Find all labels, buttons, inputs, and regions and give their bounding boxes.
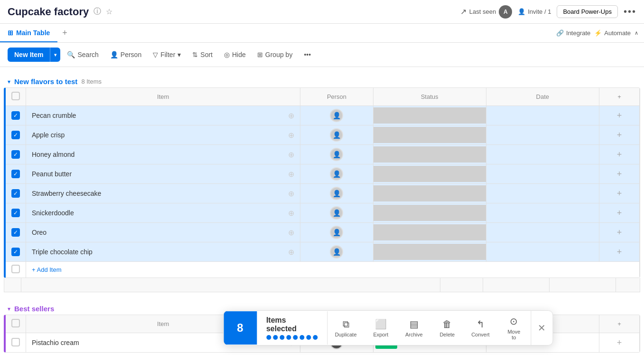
add-col-cell[interactable]: + [599, 184, 639, 203]
automate-button[interactable]: ⚡ Automate [594, 29, 631, 37]
checkbox-checked[interactable]: ✓ [11, 170, 20, 178]
add-person-icon[interactable]: ⊕ [288, 248, 294, 257]
add-row-checkbox-box [11, 265, 20, 273]
archive-button[interactable]: ▤ Archive [397, 314, 430, 342]
checkbox-cell[interactable]: ✓ [6, 145, 26, 164]
checkbox-checked[interactable]: ✓ [11, 131, 20, 139]
checkbox-cell[interactable]: ✓ [6, 164, 26, 184]
g2-header-checkbox[interactable] [11, 319, 20, 327]
group1-table-wrapper: Item Person Status Date + ✓ Pecan crumbl… [4, 87, 640, 278]
item-name-cell: Pecan crumble ⊕ [26, 106, 300, 125]
status-empty [373, 185, 486, 201]
add-item-label[interactable]: + Add Item [26, 262, 640, 278]
add-person-icon[interactable]: ⊕ [288, 131, 294, 140]
new-item-label[interactable]: New Item [8, 48, 50, 62]
new-item-chevron-icon[interactable]: ▾ [50, 49, 60, 61]
add-person-icon[interactable]: ⊕ [288, 228, 294, 237]
item-name: Apple crisp [32, 131, 65, 139]
checkbox-checked[interactable]: ✓ [11, 189, 20, 198]
table-row: ✓ Honey almond ⊕ 👤 + [6, 145, 640, 164]
person-avatar: 👤 [330, 226, 343, 239]
header-more-button[interactable]: ••• [624, 6, 636, 17]
status-cell [373, 242, 486, 262]
person-button[interactable]: 👤 Person [105, 48, 146, 61]
checkbox-checked[interactable]: ✓ [11, 209, 20, 217]
group1-title[interactable]: New flavors to test [14, 77, 77, 86]
checkbox-checked[interactable]: ✓ [11, 248, 20, 256]
move_to-button[interactable]: ⊙ Move to [497, 311, 531, 345]
group2-title[interactable]: Best sellers [14, 305, 54, 313]
star-icon[interactable]: ☆ [106, 7, 112, 16]
filter-button[interactable]: ▽ Filter ▾ [148, 48, 186, 61]
avatar: A [499, 5, 512, 19]
checkbox-checked[interactable]: ✓ [11, 111, 20, 120]
checkbox-checked[interactable]: ✓ [11, 150, 20, 159]
delete-button[interactable]: 🗑 Delete [430, 314, 464, 342]
col-header-add[interactable]: + [599, 88, 639, 106]
g2-col-header-add[interactable]: + [599, 315, 639, 333]
add-col-cell[interactable]: + [599, 164, 639, 184]
checkbox-cell[interactable]: ✓ [6, 184, 26, 203]
export-button[interactable]: ⬜ Export [364, 314, 397, 342]
action-buttons: ⧉ Duplicate ⬜ Export ▤ Archive 🗑 Delete … [327, 311, 531, 345]
person-avatar: 👤 [330, 245, 343, 259]
date-cell [486, 106, 599, 125]
group1-chevron[interactable]: ▾ [8, 78, 10, 85]
header-checkbox-cell[interactable] [6, 88, 26, 106]
group-by-button[interactable]: ⊞ Group by [252, 48, 298, 61]
table-row: ✓ Strawberry cheesecake ⊕ 👤 + [6, 184, 640, 203]
add-person-icon[interactable]: ⊕ [288, 111, 294, 120]
col-header-status: Status [373, 88, 486, 106]
add-col-cell[interactable]: + [599, 125, 639, 145]
checkbox-cell[interactable]: ✓ [6, 242, 26, 262]
date-cell [486, 203, 599, 223]
toolbar: New Item ▾ 🔍 Search 👤 Person ▽ Filter ▾ … [0, 43, 644, 67]
add-col-cell[interactable]: + [599, 203, 639, 223]
add-item-row[interactable]: + Add Item [6, 262, 640, 278]
checkbox-cell[interactable]: ✓ [6, 125, 26, 145]
header-checkbox[interactable] [11, 92, 20, 100]
delete-icon: 🗑 [442, 319, 452, 330]
checkbox-cell[interactable]: ✓ [6, 106, 26, 125]
collapse-button[interactable]: ∧ [635, 30, 638, 36]
g2-header-checkbox-cell[interactable] [6, 315, 26, 333]
add-person-icon[interactable]: ⊕ [288, 170, 294, 179]
checkbox-cell[interactable]: ✓ [6, 203, 26, 223]
info-icon[interactable]: ⓘ [93, 7, 101, 17]
checkbox-checked[interactable]: ✓ [11, 228, 20, 237]
add-col-cell[interactable]: + [599, 106, 639, 125]
item-name: Pecan crumble [32, 112, 76, 119]
status-cell [373, 164, 486, 184]
summary-row [4, 278, 640, 292]
close-bar-button[interactable]: ✕ [531, 311, 552, 345]
add-col-cell[interactable]: + [599, 242, 639, 262]
add-col-cell[interactable]: + [599, 333, 639, 353]
tab-main-table[interactable]: ⊞ Main Table [0, 24, 57, 42]
invite-button[interactable]: 👤 Invite / 1 [518, 8, 551, 15]
table-row: ✓ Apple crisp ⊕ 👤 + [6, 125, 640, 145]
checkbox-cell[interactable]: ✓ [6, 223, 26, 242]
checkbox-unchecked[interactable] [11, 338, 20, 346]
group2-chevron[interactable]: ▾ [8, 306, 10, 312]
item-name-cell: Snickerdoodle ⊕ [26, 203, 300, 223]
top-header: Cupcake factory ⓘ ☆ ↗ Last seen A 👤 Invi… [0, 0, 644, 24]
filter-chevron-icon: ▾ [177, 51, 181, 58]
delete-label: Delete [439, 332, 455, 337]
convert-button[interactable]: ↰ Convert [464, 314, 497, 342]
add-person-icon[interactable]: ⊕ [288, 189, 294, 198]
duplicate-button[interactable]: ⧉ Duplicate [327, 314, 364, 342]
search-button[interactable]: 🔍 Search [62, 48, 103, 61]
add-person-icon[interactable]: ⊕ [288, 150, 294, 159]
hide-button[interactable]: ◎ Hide [219, 48, 251, 61]
add-col-cell[interactable]: + [599, 145, 639, 164]
checkbox-cell[interactable] [6, 333, 26, 353]
board-power-ups-button[interactable]: Board Power-Ups [557, 5, 618, 18]
integrate-button[interactable]: 🔗 Integrate [556, 29, 590, 37]
tab-add-button[interactable]: + [57, 24, 72, 42]
toolbar-more-button[interactable]: ••• [299, 48, 316, 61]
person-avatar: 👤 [330, 167, 343, 181]
sort-button[interactable]: ⇅ Sort [187, 48, 217, 61]
add-col-cell[interactable]: + [599, 223, 639, 242]
add-person-icon[interactable]: ⊕ [288, 209, 294, 218]
new-item-button[interactable]: New Item ▾ [8, 48, 60, 62]
